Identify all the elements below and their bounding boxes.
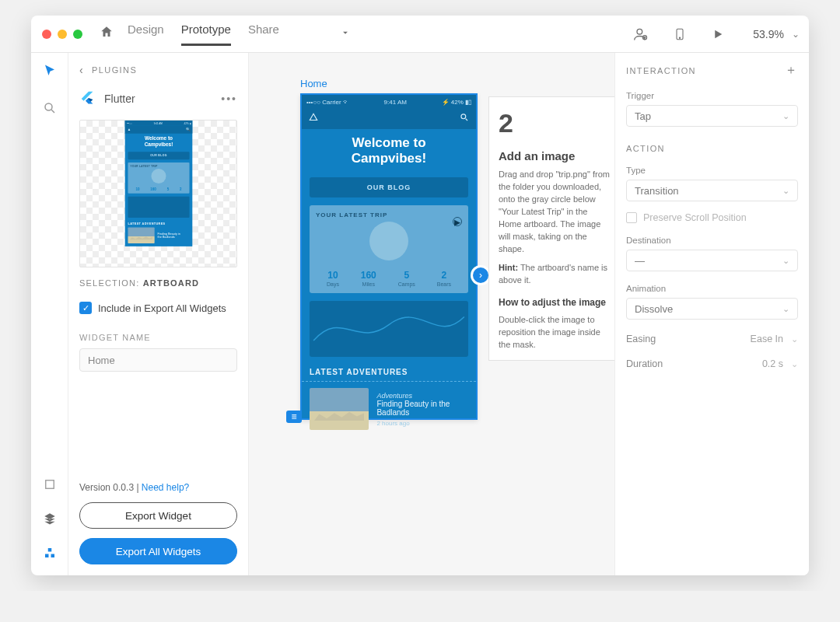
- chevron-down-icon: ⌄: [791, 334, 798, 344]
- invite-icon[interactable]: [633, 26, 649, 42]
- select-tool-icon[interactable]: [43, 64, 57, 81]
- adventure-list-item: Adventures Finding Beauty in the Badland…: [310, 388, 468, 430]
- window-controls: [42, 30, 82, 39]
- add-interaction-icon[interactable]: ＋: [785, 62, 798, 79]
- svg-rect-5: [45, 480, 54, 489]
- trip-image-placeholder: [369, 222, 408, 260]
- plugin-panel-title: PLUGINS: [92, 65, 137, 75]
- widget-name-input[interactable]: [79, 348, 237, 372]
- svg-point-3: [680, 37, 681, 38]
- mode-tabs: Design Prototype Share: [128, 23, 279, 45]
- destination-label: Destination: [626, 236, 798, 245]
- phone-status-bar: •••○○ Carrier ᯤ 9:41 AM ⚡ 42% ▮▯: [302, 95, 476, 109]
- svg-point-6: [461, 114, 466, 119]
- chevron-down-icon: ⌄: [792, 29, 800, 40]
- inspector-panel: INTERACTION ＋ Trigger Tap⌄ ACTION Type T…: [614, 53, 809, 575]
- tutorial-hint: Hint: The artboard's name is above it.: [499, 262, 611, 287]
- type-label: Type: [626, 166, 798, 175]
- flutter-logo-icon: [79, 90, 96, 107]
- chevron-down-icon: ⌄: [791, 359, 798, 369]
- trigger-select[interactable]: Tap⌄: [626, 105, 798, 127]
- minimize-window-button[interactable]: [58, 30, 67, 39]
- trip-play-icon: ▸: [453, 217, 462, 226]
- preserve-scroll-checkbox[interactable]: Preserve Scroll Position: [626, 212, 798, 223]
- device-preview-icon[interactable]: [674, 26, 686, 42]
- widget-preview: •••○○9:41 AM42% ▮ ▲🔍 Welcome toCampvibes…: [79, 120, 237, 267]
- plugin-name: Flutter: [104, 93, 135, 105]
- artboard-tool-icon[interactable]: [43, 477, 57, 494]
- duration-row[interactable]: Duration 0.2 s⌄: [626, 358, 798, 369]
- home-icon[interactable]: [100, 25, 114, 43]
- chevron-down-icon: ⌄: [782, 304, 789, 314]
- tool-rail: [31, 53, 68, 575]
- plugin-version: Version 0.0.3 | Need help?: [79, 482, 237, 493]
- selection-guide: [302, 381, 476, 382]
- animation-select[interactable]: Dissolve⌄: [626, 298, 798, 320]
- tutorial-step-number: 2: [499, 108, 611, 138]
- trigger-label: Trigger: [626, 91, 798, 100]
- trip-stats: 10Days 160Miles 5Camps 2Bears: [316, 270, 462, 287]
- help-link[interactable]: Need help?: [142, 482, 189, 493]
- latest-trip-card: YOUR LATEST TRIP ▸ 10Days 160Miles 5Camp…: [310, 205, 468, 293]
- export-widget-button[interactable]: Export Widget: [79, 502, 237, 529]
- artboard-name[interactable]: Home: [300, 78, 327, 89]
- type-select[interactable]: Transition⌄: [626, 180, 798, 201]
- search-icon[interactable]: [43, 101, 57, 118]
- tutorial-subheading: How to adjust the image: [499, 297, 611, 308]
- chevron-down-icon: ⌄: [782, 111, 789, 121]
- phone-nav-bar: [302, 109, 476, 129]
- selection-label: SELECTION: ARTBOARD: [79, 278, 237, 288]
- plugins-icon[interactable]: [43, 546, 57, 563]
- app-logo-icon: [308, 112, 319, 126]
- zoom-display[interactable]: 53.9% ⌄: [753, 28, 800, 40]
- layers-icon[interactable]: [43, 512, 57, 529]
- close-window-button[interactable]: [42, 30, 51, 39]
- app-window: Design Prototype Share 53.9% ⌄: [31, 16, 809, 575]
- tutorial-heading: Add an image: [499, 149, 611, 162]
- checkbox-checked-icon: ✓: [79, 302, 92, 314]
- chevron-down-icon: ⌄: [782, 186, 789, 196]
- welcome-headline: Welcome toCampvibes!: [302, 129, 476, 177]
- tab-share[interactable]: Share: [248, 23, 279, 46]
- export-all-widgets-button[interactable]: Export All Widgets: [79, 538, 237, 564]
- zoom-value: 53.9%: [753, 28, 784, 40]
- action-section-label: ACTION: [626, 144, 798, 153]
- trip-map-card: [310, 301, 468, 357]
- scroll-group-marker-icon[interactable]: ≡: [286, 411, 302, 423]
- our-blog-button: OUR BLOG: [310, 177, 468, 197]
- tutorial-body: Drag and drop "trip.png" from the folder…: [499, 169, 611, 256]
- tutorial-artboard[interactable]: 2 Add an image Drag and drop "trip.png" …: [488, 96, 614, 361]
- widget-name-label: WIDGET NAME: [79, 333, 237, 342]
- plugin-panel: ‹ PLUGINS Flutter ••• •••○○9:41 AM42% ▮ …: [68, 53, 249, 575]
- destination-select[interactable]: —⌄: [626, 250, 798, 271]
- inspector-title: INTERACTION: [626, 66, 696, 75]
- latest-adventures-heading: LATEST ADVENTURES: [310, 368, 468, 376]
- prototype-wire-handle[interactable]: ›: [473, 267, 488, 283]
- tab-prototype[interactable]: Prototype: [181, 23, 231, 46]
- checkbox-unchecked-icon: [626, 212, 637, 223]
- chevron-down-icon: ⌄: [782, 256, 789, 266]
- phone-search-icon: [459, 112, 470, 126]
- svg-point-0: [637, 29, 642, 34]
- adventure-thumb: [310, 388, 369, 430]
- svg-point-4: [45, 103, 52, 110]
- include-in-export-checkbox[interactable]: ✓ Include in Export All Widgets: [79, 302, 237, 314]
- titlebar: Design Prototype Share 53.9% ⌄: [31, 16, 809, 53]
- titlebar-dropdown[interactable]: [340, 27, 351, 41]
- animation-label: Animation: [626, 284, 798, 293]
- tab-design[interactable]: Design: [128, 23, 164, 46]
- back-icon[interactable]: ‹: [79, 64, 84, 76]
- easing-row[interactable]: Easing Ease In⌄: [626, 334, 798, 344]
- plugin-more-icon[interactable]: •••: [221, 93, 237, 105]
- tutorial-subbody: Double-click the image to reposition the…: [499, 314, 611, 351]
- canvas[interactable]: Home •••○○ Carrier ᯤ 9:41 AM ⚡ 42% ▮▯ We…: [249, 53, 614, 575]
- play-icon[interactable]: [711, 27, 725, 41]
- zoom-window-button[interactable]: [73, 30, 82, 39]
- artboard-home[interactable]: •••○○ Carrier ᯤ 9:41 AM ⚡ 42% ▮▯ Welcome…: [300, 93, 478, 420]
